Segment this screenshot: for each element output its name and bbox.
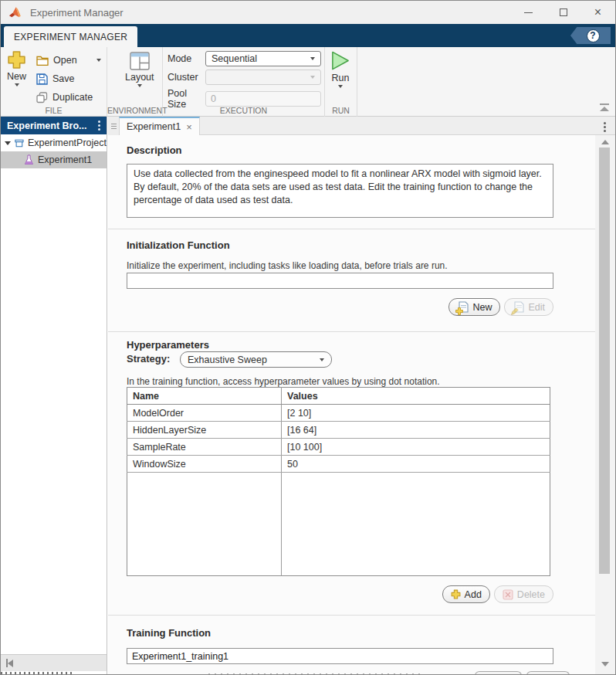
table-row[interactable]: WindowSize 50 — [127, 456, 550, 473]
cell-name[interactable]: HiddenLayerSize — [127, 422, 282, 439]
initialization-buttons: New Edit — [127, 298, 553, 316]
strategy-label: Strategy: — [127, 353, 170, 365]
experiment-icon — [24, 154, 34, 165]
project-icon — [15, 138, 24, 148]
minimize-button[interactable] — [511, 1, 546, 24]
new-dropdown-icon[interactable] — [15, 83, 19, 86]
experiment-browser-header: Experiment Bro... — [1, 117, 107, 134]
delete-label: Delete — [517, 589, 545, 600]
strategy-dropdown-icon — [320, 358, 324, 361]
document-content: Description Use data collected from the … — [108, 135, 595, 674]
table-row[interactable]: ModelOrder [2 10] — [127, 405, 550, 422]
tab-experiment1[interactable]: Experiment1 × — [119, 117, 200, 135]
tab-close-icon[interactable]: × — [186, 121, 192, 133]
init-new-button[interactable]: New — [448, 298, 500, 316]
run-button[interactable]: Run — [330, 50, 350, 88]
group-run: Run RUN — [325, 47, 357, 117]
column-values[interactable]: Values — [282, 388, 550, 405]
browser-menu-icon[interactable] — [96, 119, 102, 132]
group-environment: Layout ENVIRONMENT — [107, 47, 163, 117]
scroll-up-icon[interactable] — [601, 140, 609, 144]
document-menu-icon[interactable] — [602, 120, 608, 134]
title-bar: Experiment Manager × — [1, 1, 615, 24]
cell-name[interactable]: SampleRate — [127, 439, 282, 456]
initialization-hint: Initialize the experiment, including tas… — [127, 260, 448, 271]
project-label: ExperimentProject — [28, 137, 107, 148]
table-row[interactable]: HiddenLayerSize [16 64] — [127, 422, 550, 439]
save-button[interactable]: Save — [36, 72, 75, 86]
experiment-browser-title: Experiment Bro... — [7, 120, 96, 131]
experiment-manager-window: Experiment Manager × EXPERIMENT MANAGER … — [0, 0, 616, 675]
scrollbar-thumb[interactable] — [599, 148, 610, 574]
initialization-function-input[interactable] — [127, 273, 553, 289]
section-divider — [108, 331, 595, 332]
collapse-bar — [600, 103, 609, 105]
delete-x-icon — [503, 589, 513, 600]
open-dropdown-icon[interactable] — [96, 59, 101, 62]
training-function-input[interactable] — [127, 648, 553, 664]
cluster-dropdown — [205, 70, 321, 85]
cell-value[interactable]: [16 64] — [282, 422, 550, 439]
cell-name[interactable]: ModelOrder — [127, 405, 282, 422]
strategy-value: Exhaustive Sweep — [188, 354, 267, 365]
clipped-button — [475, 671, 522, 675]
cell-value[interactable]: [10 100] — [282, 439, 550, 456]
hyperparameters-heading: Hyperparameters — [127, 339, 209, 351]
environment-section-label: ENVIRONMENT — [107, 106, 162, 115]
table-header-row: Name Values — [127, 388, 550, 405]
duplicate-button[interactable]: Duplicate — [36, 90, 93, 104]
main-area: Experiment Bro... ExperimentProject Expe… — [1, 117, 615, 674]
collapse-arrow-icon — [600, 107, 609, 111]
new-button[interactable]: New — [7, 50, 26, 86]
column-name[interactable]: Name — [127, 388, 282, 405]
duplicate-label: Duplicate — [52, 92, 93, 103]
collapse-panel-button[interactable] — [6, 659, 13, 667]
mode-label: Mode — [168, 53, 205, 64]
run-label: Run — [332, 73, 350, 83]
browser-collapse-bar — [1, 654, 107, 671]
folder-icon — [36, 55, 49, 66]
help-button[interactable]: ? — [570, 27, 611, 44]
maximize-button[interactable] — [546, 1, 580, 24]
vertical-scrollbar[interactable] — [595, 135, 615, 674]
tab-experiment1-label: Experiment1 — [127, 121, 181, 132]
layout-dropdown-icon[interactable] — [137, 84, 142, 87]
open-label: Open — [53, 55, 77, 66]
run-icon — [330, 50, 350, 71]
tab-experiment-manager[interactable]: EXPERIMENT MANAGER — [4, 26, 137, 47]
training-heading: Training Function — [127, 627, 211, 639]
strategy-dropdown[interactable]: Exhaustive Sweep — [180, 351, 332, 368]
collapse-toolstrip-button[interactable] — [600, 103, 609, 111]
tab-strip-grip-icon[interactable] — [108, 117, 119, 135]
mode-dropdown[interactable]: Sequential — [205, 51, 321, 66]
clipped-button — [526, 671, 570, 675]
cell-value[interactable]: 50 — [282, 456, 550, 473]
duplicate-icon — [36, 92, 48, 103]
expand-arrow-icon[interactable] — [5, 141, 11, 145]
add-button[interactable]: Add — [442, 585, 490, 603]
cell-name[interactable]: WindowSize — [127, 456, 282, 473]
matlab-logo-icon — [8, 6, 23, 19]
open-button[interactable]: Open — [36, 53, 101, 67]
new-label: New — [7, 71, 26, 82]
hyperparameters-table[interactable]: Name Values ModelOrder [2 10] HiddenLaye… — [127, 387, 550, 576]
execution-section-label: EXECUTION — [163, 106, 324, 115]
mode-value: Sequential — [212, 53, 257, 64]
plus-icon — [7, 50, 26, 70]
close-button[interactable]: × — [580, 1, 615, 24]
hyperparameter-buttons: Add Delete — [127, 585, 553, 603]
run-dropdown-icon[interactable] — [338, 85, 343, 88]
description-heading: Description — [127, 144, 182, 156]
description-textarea[interactable]: Use data collected from the enginespeed … — [127, 164, 553, 218]
clipped-content-fragment — [1, 672, 75, 674]
layout-button[interactable]: Layout — [125, 52, 154, 87]
ribbon-tab-bar: EXPERIMENT MANAGER ? — [1, 24, 615, 47]
tree-item-experiment1[interactable]: Experiment1 — [1, 151, 107, 168]
cell-value[interactable]: [2 10] — [282, 405, 550, 422]
cluster-label: Cluster — [168, 72, 205, 83]
scroll-down-icon[interactable] — [601, 662, 609, 667]
tree-item-project[interactable]: ExperimentProject — [1, 134, 107, 151]
table-row[interactable]: SampleRate [10 100] — [127, 439, 550, 456]
window-title: Experiment Manager — [30, 7, 124, 19]
init-new-label: New — [472, 302, 492, 313]
